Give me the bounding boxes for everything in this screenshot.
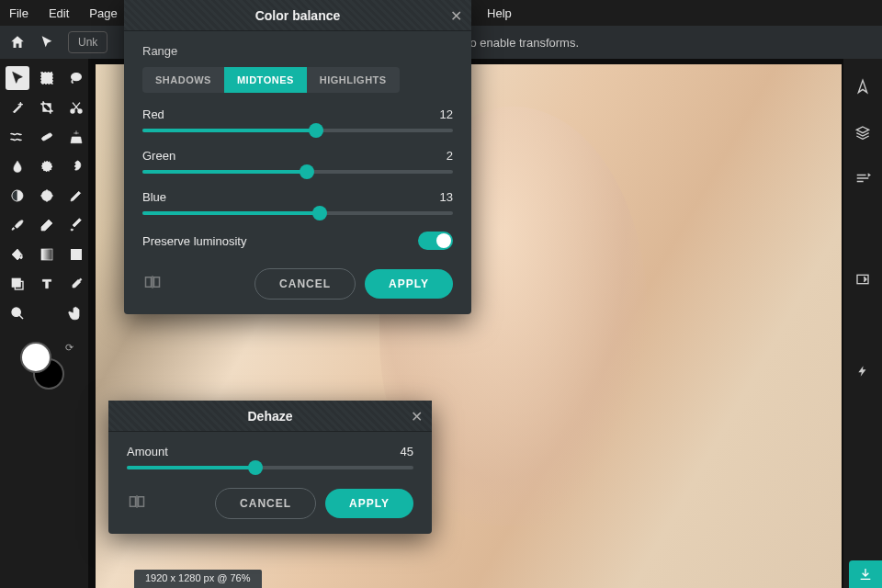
pen-tool[interactable] bbox=[64, 184, 88, 208]
close-icon[interactable]: ✕ bbox=[450, 7, 462, 25]
menu-help[interactable]: Help bbox=[487, 6, 512, 20]
red-slider-row: Red12 bbox=[142, 107, 453, 132]
clone-tool[interactable] bbox=[64, 125, 88, 149]
tool-panel: ⟳ bbox=[0, 59, 88, 588]
menu-edit[interactable]: Edit bbox=[49, 6, 69, 20]
apply-button[interactable]: APPLY bbox=[325, 489, 413, 518]
amount-label: Amount bbox=[127, 445, 168, 458]
shape-tool[interactable] bbox=[64, 243, 88, 266]
dodge-tool[interactable] bbox=[6, 184, 29, 208]
range-midtones[interactable]: MIDTONES bbox=[224, 67, 307, 93]
navigator-icon[interactable] bbox=[854, 77, 872, 96]
compare-icon[interactable] bbox=[127, 493, 147, 514]
cut-tool[interactable] bbox=[64, 96, 88, 119]
preserve-luminosity-label: Preserve luminosity bbox=[142, 234, 246, 248]
range-highlights[interactable]: HIGHLIGHTS bbox=[307, 67, 400, 93]
liquify-tool[interactable] bbox=[6, 125, 29, 149]
preserve-luminosity-toggle[interactable] bbox=[418, 232, 453, 250]
svg-point-6 bbox=[45, 164, 49, 168]
amount-value: 45 bbox=[401, 445, 413, 458]
range-shadows[interactable]: SHADOWS bbox=[142, 67, 224, 93]
svg-rect-10 bbox=[41, 249, 52, 260]
move-tool[interactable] bbox=[6, 66, 29, 90]
brush-tool[interactable] bbox=[6, 213, 29, 237]
fill-tool[interactable] bbox=[6, 243, 29, 266]
svg-rect-17 bbox=[154, 277, 160, 288]
download-button[interactable] bbox=[849, 560, 882, 588]
zoom-tool[interactable] bbox=[6, 301, 29, 325]
close-icon[interactable]: ✕ bbox=[411, 408, 423, 425]
svg-rect-18 bbox=[130, 497, 136, 507]
replace-tool[interactable] bbox=[64, 213, 88, 237]
dialog-titlebar[interactable]: Color balance ✕ bbox=[124, 0, 471, 31]
cancel-button[interactable]: CANCEL bbox=[215, 488, 316, 519]
svg-rect-4 bbox=[41, 132, 52, 141]
blur-tool[interactable] bbox=[6, 154, 29, 178]
status-bar: 1920 x 1280 px @ 76% bbox=[134, 570, 262, 588]
amount-slider[interactable] bbox=[127, 466, 413, 469]
text-tool[interactable] bbox=[35, 272, 59, 296]
svg-rect-16 bbox=[146, 277, 152, 288]
preview-icon[interactable] bbox=[854, 270, 872, 288]
cancel-button[interactable]: CANCEL bbox=[254, 268, 356, 300]
eraser-tool[interactable] bbox=[35, 213, 59, 237]
marquee-tool[interactable] bbox=[35, 66, 59, 90]
blue-slider-row: Blue13 bbox=[142, 190, 453, 215]
lasso-tool[interactable] bbox=[64, 66, 88, 90]
history-icon[interactable] bbox=[854, 169, 872, 187]
frame-tool[interactable] bbox=[6, 272, 29, 296]
menu-file[interactable]: File bbox=[9, 6, 28, 20]
green-slider[interactable] bbox=[142, 170, 453, 174]
svg-rect-19 bbox=[139, 497, 144, 507]
dialog-title: Color balance bbox=[255, 8, 341, 23]
svg-point-14 bbox=[12, 308, 20, 316]
green-value: 2 bbox=[447, 149, 453, 163]
foreground-swatch[interactable] bbox=[20, 342, 51, 373]
hand-tool[interactable] bbox=[64, 301, 88, 325]
green-slider-row: Green2 bbox=[142, 149, 453, 174]
eyedropper-tool[interactable] bbox=[64, 272, 88, 296]
dialog-title: Dehaze bbox=[247, 409, 292, 424]
swap-colors-icon[interactable]: ⟳ bbox=[65, 342, 74, 354]
color-swatches[interactable]: ⟳ bbox=[17, 342, 72, 397]
home-icon[interactable] bbox=[9, 34, 26, 51]
right-panel-strip bbox=[843, 59, 882, 588]
blue-slider[interactable] bbox=[142, 211, 453, 215]
quick-icon[interactable] bbox=[854, 362, 872, 380]
svg-rect-12 bbox=[12, 278, 20, 287]
dialog-titlebar[interactable]: Dehaze ✕ bbox=[108, 401, 432, 432]
layers-icon[interactable] bbox=[854, 123, 872, 141]
svg-rect-0 bbox=[41, 73, 52, 84]
amount-slider-row: Amount45 bbox=[127, 445, 413, 469]
smudge-tool[interactable] bbox=[64, 154, 88, 178]
dehaze-dialog: Dehaze ✕ Amount45 CANCEL APPLY bbox=[108, 401, 432, 534]
apply-button[interactable]: APPLY bbox=[365, 269, 453, 299]
crop-tool[interactable] bbox=[35, 96, 59, 119]
red-label: Red bbox=[142, 107, 164, 121]
gradient-tool[interactable] bbox=[35, 243, 59, 266]
cursor-icon[interactable] bbox=[39, 34, 55, 51]
sponge-tool[interactable] bbox=[35, 184, 59, 208]
red-value: 12 bbox=[440, 107, 453, 121]
options-hint: to enable transforms. bbox=[467, 36, 579, 50]
range-segmented: SHADOWS MIDTONES HIGHLIGHTS bbox=[142, 67, 453, 93]
color-balance-dialog: Color balance ✕ Range SHADOWS MIDTONES H… bbox=[124, 0, 471, 314]
sharpen-tool[interactable] bbox=[35, 154, 59, 178]
menu-page[interactable]: Page bbox=[89, 6, 117, 20]
heal-tool[interactable] bbox=[35, 125, 59, 149]
red-slider[interactable] bbox=[142, 129, 453, 132]
blue-label: Blue bbox=[142, 190, 166, 204]
blue-value: 13 bbox=[440, 190, 453, 204]
svg-point-9 bbox=[44, 193, 49, 198]
range-label: Range bbox=[142, 44, 453, 58]
green-label: Green bbox=[142, 149, 175, 163]
compare-icon[interactable] bbox=[142, 274, 163, 294]
wand-tool[interactable] bbox=[6, 96, 29, 119]
options-field[interactable]: Unk bbox=[68, 31, 107, 53]
svg-point-1 bbox=[72, 74, 82, 81]
